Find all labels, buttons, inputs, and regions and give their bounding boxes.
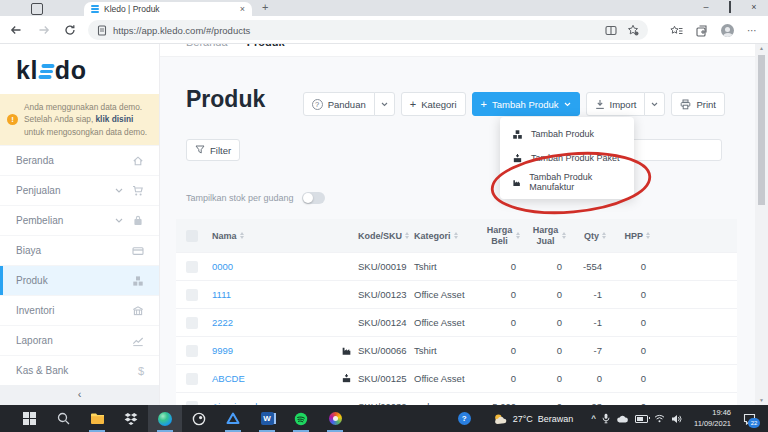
spotify-icon[interactable] <box>284 405 318 432</box>
panduan-dropdown-button[interactable] <box>374 92 395 116</box>
header-harga-jual[interactable]: Harga Jual <box>524 225 570 247</box>
header-kategori[interactable]: Kategori <box>414 231 476 241</box>
sidebar-item-produk[interactable]: Produk <box>0 265 159 295</box>
stock-per-warehouse-toggle[interactable] <box>302 192 325 204</box>
favorites-hub-icon[interactable] <box>670 25 683 37</box>
filter-button[interactable]: Filter <box>186 139 240 161</box>
speaker-icon[interactable] <box>671 414 682 424</box>
row-checkbox[interactable] <box>186 317 198 329</box>
sort-icon[interactable] <box>602 232 606 239</box>
select-all-checkbox[interactable] <box>186 230 198 242</box>
sidebar-item-biaya[interactable]: Biaya <box>0 235 159 265</box>
paint-app-icon[interactable] <box>318 405 352 432</box>
action-center-icon[interactable]: 22 <box>743 413 756 425</box>
profile-avatar[interactable] <box>721 24 734 37</box>
header-nama[interactable]: Nama <box>204 231 334 241</box>
product-name-link[interactable]: 0000 <box>204 261 334 272</box>
word-icon[interactable]: W <box>250 405 284 432</box>
browser-tab[interactable]: Kledo | Produk × <box>84 2 252 16</box>
import-dropdown-button[interactable] <box>644 92 665 116</box>
sort-icon[interactable] <box>240 232 244 239</box>
breadcrumb-parent[interactable]: Beranda <box>186 44 228 48</box>
sort-icon[interactable] <box>516 232 520 239</box>
battery-icon[interactable] <box>635 415 648 423</box>
row-checkbox[interactable] <box>186 261 198 273</box>
logo-bars-icon <box>40 64 53 79</box>
window-controls: – × <box>694 0 766 15</box>
microphone-icon[interactable] <box>602 413 610 424</box>
site-info-icon[interactable] <box>97 25 107 36</box>
tab-close-icon[interactable]: × <box>240 5 245 14</box>
demo-clear-link[interactable]: klik disini <box>96 114 134 124</box>
file-explorer-icon[interactable] <box>80 405 114 432</box>
scroll-down-icon[interactable]: ▼ <box>755 396 768 405</box>
kledo-logo[interactable]: kl do <box>0 44 159 94</box>
import-button-group: Import <box>586 92 666 116</box>
header-qty[interactable]: Qty <box>570 231 610 241</box>
sidebar-item-pembelian[interactable]: Pembelian <box>0 205 159 235</box>
settings-more-icon[interactable]: ⋯ <box>747 25 758 36</box>
split-screen-icon[interactable] <box>605 25 617 36</box>
sort-icon[interactable] <box>562 232 566 239</box>
sidebar-item-laporan[interactable]: Laporan <box>0 325 159 355</box>
header-hpp[interactable]: HPP <box>610 231 654 241</box>
help-icon[interactable]: ? <box>458 412 471 425</box>
scrollbar-thumb[interactable] <box>758 55 765 205</box>
header-harga-beli[interactable]: Harga Beli <box>476 225 524 247</box>
panduan-button[interactable]: ? Panduan <box>303 92 375 116</box>
sidebar-item-beranda[interactable]: Beranda <box>0 145 159 175</box>
taskbar-search-icon[interactable] <box>46 405 80 432</box>
search-input[interactable] <box>626 139 722 161</box>
new-tab-icon[interactable]: + <box>262 1 268 13</box>
network-icon[interactable] <box>654 414 665 423</box>
menu-item-label: Tambah Produk Manufaktur <box>529 172 622 192</box>
taskbar-clock[interactable]: 19:46 11/09/2021 <box>694 408 731 428</box>
tray-expand-icon[interactable]: ^ <box>591 414 596 423</box>
window-minimize-icon[interactable]: – <box>694 0 718 15</box>
onedrive-cloud-icon[interactable] <box>616 414 629 423</box>
refresh-icon[interactable] <box>64 24 76 36</box>
sort-icon[interactable] <box>646 232 650 239</box>
obs-app-icon[interactable] <box>182 405 216 432</box>
start-button[interactable] <box>12 405 46 432</box>
stock-per-warehouse-row: Tampilkan stok per gudang <box>186 192 325 204</box>
kategori-button[interactable]: + Kategori <box>401 92 466 116</box>
page-scrollbar[interactable]: ▲ ▼ <box>755 44 768 405</box>
row-checkbox[interactable] <box>186 289 198 301</box>
sidebar-item-kas-bank[interactable]: Kas & Bank $ <box>0 355 159 385</box>
product-name-link[interactable]: 2222 <box>204 317 334 328</box>
url-text[interactable]: https://app.kledo.com/#/products <box>113 25 599 36</box>
sort-icon[interactable] <box>405 232 409 239</box>
archive-icon <box>132 305 144 317</box>
product-name-link[interactable]: ABCDE <box>204 373 334 384</box>
menu-item-tambah-produk-paket[interactable]: Tambah Produk Paket <box>500 146 634 170</box>
tambah-produk-button[interactable]: + Tambah Produk <box>472 92 580 116</box>
sidebar-collapse-button[interactable]: ‹ <box>0 385 159 405</box>
collections-icon[interactable] <box>696 25 708 37</box>
sort-icon[interactable] <box>454 232 458 239</box>
triangle-app-icon[interactable] <box>216 405 250 432</box>
favorites-star-icon[interactable] <box>627 24 639 36</box>
menu-item-tambah-produk-manufaktur[interactable]: Tambah Produk Manufaktur <box>500 170 634 194</box>
tab-actions-icon[interactable] <box>31 3 43 15</box>
sidebar-item-label: Biaya <box>16 245 123 256</box>
product-name-link[interactable]: 1111 <box>204 289 334 300</box>
address-bar[interactable]: https://app.kledo.com/#/products <box>88 20 648 40</box>
row-checkbox[interactable] <box>186 345 198 357</box>
scroll-up-icon[interactable]: ▲ <box>755 44 768 53</box>
row-checkbox[interactable] <box>186 373 198 385</box>
weather-widget[interactable]: 27°C Berawan <box>493 413 574 425</box>
menu-item-tambah-produk[interactable]: Tambah Produk <box>500 122 634 146</box>
dropbox-icon[interactable] <box>114 405 148 432</box>
forward-icon[interactable] <box>38 24 50 36</box>
sidebar-item-penjualan[interactable]: Penjualan <box>0 175 159 205</box>
header-sku[interactable]: Kode/SKU <box>358 231 414 241</box>
sidebar-item-inventori[interactable]: Inventori <box>0 295 159 325</box>
print-button[interactable]: Print <box>671 92 725 116</box>
import-button[interactable]: Import <box>586 92 646 116</box>
product-name-link[interactable]: 9999 <box>204 345 334 356</box>
window-close-icon[interactable]: × <box>742 0 766 15</box>
back-icon[interactable] <box>10 24 22 36</box>
window-maximize-icon[interactable] <box>718 0 742 15</box>
edge-browser-icon[interactable] <box>148 405 182 432</box>
